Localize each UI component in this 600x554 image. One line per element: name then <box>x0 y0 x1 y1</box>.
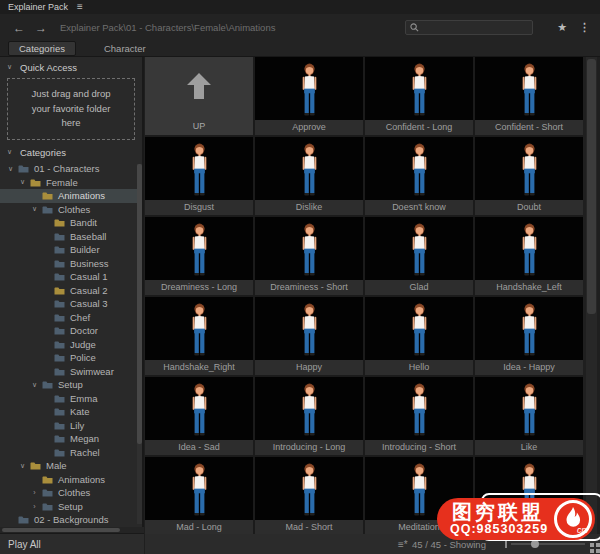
quick-access-drop-zone[interactable]: Just drag and drop your favorite folder … <box>7 78 135 140</box>
animation-thumbnail[interactable] <box>475 377 583 440</box>
tree-chevron-icon[interactable]: › <box>30 503 39 510</box>
animation-thumbnail[interactable] <box>365 57 473 120</box>
tree-item[interactable]: Casual 2 <box>0 284 142 298</box>
animation-tile[interactable]: Approve <box>255 57 363 135</box>
categories-header[interactable]: ∨ Categories <box>0 145 142 159</box>
search-box[interactable] <box>405 20 533 35</box>
animation-thumbnail[interactable] <box>255 377 363 440</box>
more-options-icon[interactable]: ⋮ <box>579 21 590 34</box>
tree-chevron-icon[interactable]: ∨ <box>18 178 27 186</box>
tree-item[interactable]: Doctor <box>0 324 142 338</box>
tree-chevron-icon[interactable]: ∨ <box>18 462 27 470</box>
animation-thumbnail[interactable] <box>475 137 583 200</box>
animation-thumbnail[interactable] <box>145 297 253 360</box>
chevron-down-icon[interactable]: ∨ <box>7 148 15 156</box>
animation-thumbnail[interactable] <box>145 217 253 280</box>
animation-tile[interactable]: Meditation <box>365 457 473 534</box>
tree-item[interactable]: Lily <box>0 419 142 433</box>
animation-tile[interactable]: Glad <box>365 217 473 295</box>
search-input[interactable] <box>423 23 523 33</box>
animation-thumbnail[interactable] <box>255 137 363 200</box>
tree-item[interactable]: Animations <box>0 189 142 203</box>
animation-thumbnail[interactable] <box>145 377 253 440</box>
animation-tile[interactable]: Mad - Short <box>255 457 363 534</box>
animation-tile[interactable]: Confident - Long <box>365 57 473 135</box>
tree-item[interactable]: ∨ Female <box>0 176 142 190</box>
tree-chevron-icon[interactable]: ∨ <box>30 381 39 389</box>
play-all-bar[interactable]: Play All <box>0 533 144 554</box>
animation-tile[interactable]: Like <box>475 377 583 455</box>
tab-categories[interactable]: Categories <box>8 41 76 56</box>
animation-tile[interactable]: Idea - Sad <box>145 377 253 455</box>
animation-tile[interactable]: Disgust <box>145 137 253 215</box>
tree-item[interactable]: Emma <box>0 392 142 406</box>
tree-item[interactable]: Rachel <box>0 446 142 460</box>
chevron-down-icon[interactable]: ∨ <box>7 63 15 71</box>
animation-thumbnail[interactable] <box>365 377 473 440</box>
animation-tile[interactable]: Introducing - Short <box>365 377 473 455</box>
tree-item[interactable]: Bandit <box>0 216 142 230</box>
animation-thumbnail[interactable] <box>475 217 583 280</box>
animation-tile[interactable]: Idea - Happy <box>475 297 583 375</box>
tree-item[interactable]: Builder <box>0 243 142 257</box>
slider-thumb[interactable] <box>531 540 539 548</box>
up-tile[interactable]: UP <box>145 57 253 135</box>
tree-chevron-icon[interactable]: ∨ <box>30 205 39 213</box>
tree-item[interactable]: Kate <box>0 405 142 419</box>
animation-tile[interactable]: Hello <box>365 297 473 375</box>
tree-chevron-icon[interactable]: › <box>30 489 39 496</box>
animation-thumbnail[interactable] <box>255 57 363 120</box>
animation-thumbnail[interactable] <box>365 137 473 200</box>
animation-tile[interactable]: Doubt <box>475 137 583 215</box>
animation-tile[interactable]: Introducing - Long <box>255 377 363 455</box>
tree-item[interactable]: ∨ Male <box>0 459 142 473</box>
animation-tile[interactable]: Confident - Short <box>475 57 583 135</box>
tree-item[interactable]: ∨ Clothes <box>0 203 142 217</box>
animation-thumbnail[interactable] <box>145 457 253 520</box>
tree-item[interactable]: ∨ Setup <box>0 378 142 392</box>
tree-vertical-scrollbar[interactable] <box>137 164 142 524</box>
tree-item[interactable]: 02 - Backgrounds <box>0 513 142 527</box>
grid-vertical-scrollbar[interactable] <box>586 57 597 534</box>
thumbnail-size-slider[interactable] <box>511 543 585 545</box>
animation-tile[interactable]: Doesn't know <box>365 137 473 215</box>
scrollbar-thumb[interactable] <box>587 59 596 314</box>
tree-chevron-icon[interactable]: ∨ <box>6 165 15 173</box>
animation-thumbnail[interactable] <box>255 297 363 360</box>
tree-item[interactable]: Casual 1 <box>0 270 142 284</box>
quick-access-header[interactable]: ∨ Quick Access <box>0 60 142 74</box>
animation-thumbnail[interactable] <box>365 217 473 280</box>
animation-tile[interactable]: Dreaminess - Long <box>145 217 253 295</box>
tree-item[interactable]: Megan <box>0 432 142 446</box>
animation-thumbnail[interactable] <box>255 457 363 520</box>
tree-item[interactable]: Animations <box>0 473 142 487</box>
tree-item[interactable]: Business <box>0 257 142 271</box>
tab-character[interactable]: Character <box>94 42 156 55</box>
animation-tile[interactable]: Dislike <box>255 137 363 215</box>
scrollbar-thumb[interactable] <box>2 528 120 532</box>
animation-thumbnail[interactable] <box>255 217 363 280</box>
animation-thumbnail[interactable] <box>475 457 583 520</box>
animation-tile[interactable]: Dreaminess - Short <box>255 217 363 295</box>
tree-item[interactable]: › Setup <box>0 500 142 514</box>
scrollbar-thumb[interactable] <box>137 164 142 444</box>
tree-item[interactable]: ∨ 01 - Characters <box>0 162 142 176</box>
animation-tile[interactable]: Handshake_Right <box>145 297 253 375</box>
tree-item[interactable]: Police <box>0 351 142 365</box>
animation-tile[interactable]: Mad - Long <box>145 457 253 534</box>
animation-thumbnail[interactable] <box>475 297 583 360</box>
tree-item[interactable]: Swimwear <box>0 365 142 379</box>
back-icon[interactable]: ← <box>8 21 30 35</box>
forward-icon[interactable]: → <box>30 21 52 35</box>
animation-tile[interactable]: Happy <box>255 297 363 375</box>
tree-item[interactable]: Casual 3 <box>0 297 142 311</box>
tree-item[interactable]: › Clothes <box>0 486 142 500</box>
animation-thumbnail[interactable] <box>365 457 473 520</box>
animation-thumbnail[interactable] <box>365 297 473 360</box>
panel-menu-icon[interactable]: ≡ <box>77 2 83 12</box>
favorites-star-icon[interactable]: ★ <box>557 21 567 34</box>
animation-thumbnail[interactable] <box>145 137 253 200</box>
tree-item[interactable]: Judge <box>0 338 142 352</box>
thumbnail-size-icon[interactable] <box>590 539 600 554</box>
tree-item[interactable]: Baseball <box>0 230 142 244</box>
